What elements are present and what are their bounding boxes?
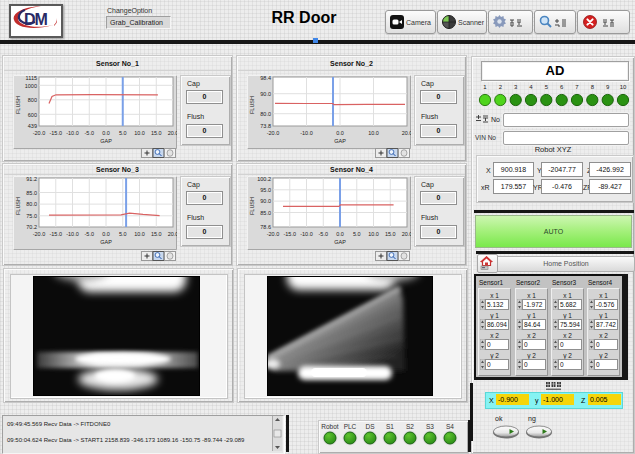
svg-text:15.0: 15.0 xyxy=(385,231,396,237)
svg-text:6: 6 xyxy=(560,84,564,90)
svg-text:GAP: GAP xyxy=(334,138,346,144)
svg-text:2: 2 xyxy=(499,84,503,90)
svg-text:439: 439 xyxy=(28,123,37,129)
svg-text:1: 1 xyxy=(483,84,487,90)
svg-text:-5.0: -5.0 xyxy=(319,231,328,237)
svg-text:80.0: 80.0 xyxy=(260,111,271,117)
svg-text:0.0: 0.0 xyxy=(102,231,110,237)
svg-text:DM: DM xyxy=(24,11,48,28)
svg-text:1000: 1000 xyxy=(25,83,37,89)
svg-text:7: 7 xyxy=(575,84,579,90)
svg-text:9: 9 xyxy=(606,84,610,90)
svg-text:90.0: 90.0 xyxy=(260,198,271,204)
svg-text:100.2: 100.2 xyxy=(257,176,271,182)
svg-text:10.0: 10.0 xyxy=(134,130,145,136)
svg-text:FLUSH: FLUSH xyxy=(249,197,255,215)
svg-text:0.0: 0.0 xyxy=(102,130,110,136)
svg-text:73.8: 73.8 xyxy=(260,123,271,129)
svg-text:85.0: 85.0 xyxy=(26,190,37,196)
svg-text:20.0: 20.0 xyxy=(402,231,411,237)
svg-text:-10.0: -10.0 xyxy=(300,231,313,237)
svg-text:-20.0: -20.0 xyxy=(267,231,280,237)
svg-text:91.2: 91.2 xyxy=(26,176,37,182)
svg-text:No: No xyxy=(491,116,500,123)
svg-text:-15.0: -15.0 xyxy=(283,231,296,237)
svg-text:GAP: GAP xyxy=(334,239,346,245)
svg-text:80.0: 80.0 xyxy=(26,201,37,207)
svg-text:78.6: 78.6 xyxy=(260,224,271,230)
svg-text:10.0: 10.0 xyxy=(368,231,379,237)
svg-text:75.0: 75.0 xyxy=(26,213,37,219)
svg-text:-20.0: -20.0 xyxy=(33,231,46,237)
svg-text:1115: 1115 xyxy=(26,75,37,81)
svg-text:GAP: GAP xyxy=(100,239,112,245)
svg-text:-5.0: -5.0 xyxy=(85,231,94,237)
svg-text:10.0: 10.0 xyxy=(134,231,145,237)
svg-text:0.0: 0.0 xyxy=(336,231,344,237)
svg-text:8: 8 xyxy=(591,84,595,90)
svg-text:5: 5 xyxy=(545,84,549,90)
svg-text:-5.0: -5.0 xyxy=(85,130,94,136)
svg-text:5.0: 5.0 xyxy=(353,231,361,237)
svg-text:FLUSH: FLUSH xyxy=(15,96,21,114)
svg-text:GAP: GAP xyxy=(100,138,112,144)
svg-text:20.0: 20.0 xyxy=(168,130,177,136)
svg-text:0.0: 0.0 xyxy=(336,130,344,136)
svg-text:15.0: 15.0 xyxy=(151,130,162,136)
svg-text:5.0: 5.0 xyxy=(119,130,127,136)
svg-text:-20.0: -20.0 xyxy=(267,130,280,136)
svg-text:600: 600 xyxy=(28,112,37,118)
svg-text:-10.0: -10.0 xyxy=(66,231,79,237)
svg-text:4: 4 xyxy=(529,84,533,90)
svg-text:800: 800 xyxy=(28,97,37,103)
svg-text:-10.0: -10.0 xyxy=(66,130,79,136)
svg-text:98.4: 98.4 xyxy=(260,75,271,81)
svg-text:20.0: 20.0 xyxy=(168,231,177,237)
svg-text:85.0: 85.0 xyxy=(260,210,271,216)
svg-text:90.0: 90.0 xyxy=(260,91,271,97)
svg-text:-15.0: -15.0 xyxy=(49,130,62,136)
svg-text:3: 3 xyxy=(514,84,518,90)
svg-text:70.2: 70.2 xyxy=(26,224,37,230)
svg-text:FLUSH: FLUSH xyxy=(15,197,21,215)
svg-text:-20.0: -20.0 xyxy=(33,130,46,136)
svg-text:20.0: 20.0 xyxy=(402,130,411,136)
svg-text:FLUSH: FLUSH xyxy=(249,96,255,114)
svg-text:10.0: 10.0 xyxy=(368,130,379,136)
svg-text:10: 10 xyxy=(620,84,627,90)
svg-text:15.0: 15.0 xyxy=(151,231,162,237)
svg-text:-15.0: -15.0 xyxy=(49,231,62,237)
svg-text:5.0: 5.0 xyxy=(119,231,127,237)
svg-text:-10.0: -10.0 xyxy=(300,130,313,136)
svg-text:95.0: 95.0 xyxy=(260,187,271,193)
